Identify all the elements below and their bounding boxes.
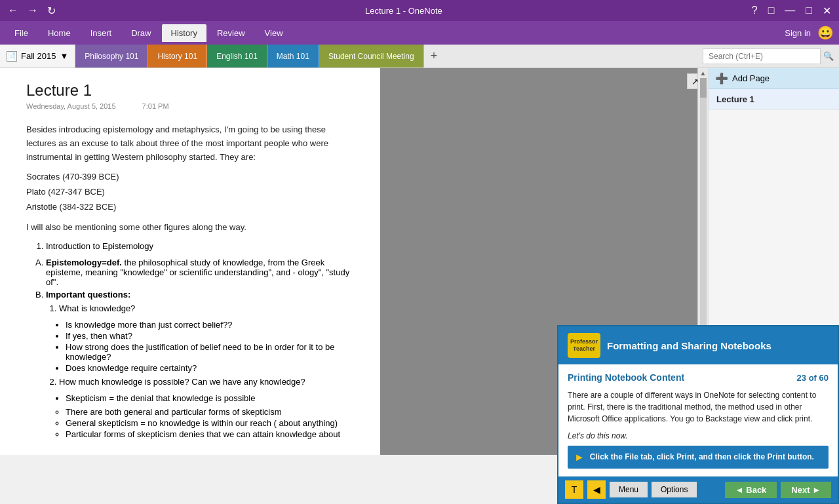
question2-item: How much knowledge is possible? Can we h… <box>59 377 354 387</box>
skepticism-pt2: General skepticism = no knowledge is wit… <box>66 418 354 428</box>
title-bar-right-controls: ? □ — □ ✕ <box>749 3 834 18</box>
section-list: Introduction to Epistemology <box>26 241 354 251</box>
question2-list: How much knowledge is possible? Can we h… <box>26 377 354 387</box>
questions-list: What is knowledge? <box>26 303 354 313</box>
tab-english[interactable]: English 101 <box>207 45 267 68</box>
question-1: What is knowledge? <box>59 303 354 313</box>
add-page-plus-icon: ➕ <box>715 72 728 85</box>
title-bar-left-controls: ← → ↻ <box>5 3 58 18</box>
tab-student-council[interactable]: Student Council Meeting <box>319 45 424 68</box>
skepticism-label: Skepticism = the denial that knowledge i… <box>66 393 354 403</box>
scroll-thumb[interactable] <box>700 78 707 98</box>
section-b: Important questions: <box>46 290 354 300</box>
tutorial-header: ProfessorTeacher Formatting and Sharing … <box>558 326 838 364</box>
tutorial-next-button[interactable]: Next ► <box>781 482 831 498</box>
forward-button[interactable]: → <box>25 3 41 18</box>
tutorial-body-text: There are a couple of different ways in … <box>568 389 829 425</box>
alpha-list: Epistemology=def. the philosophical stud… <box>26 258 354 300</box>
question-5: Does knowledge require certainty? <box>66 363 354 373</box>
play-icon: ► <box>574 452 585 463</box>
tutorial-t-button[interactable]: T <box>565 480 583 499</box>
section-a: Epistemology=def. the philosophical stud… <box>46 258 354 287</box>
professor-logo: ProfessorTeacher <box>568 333 600 358</box>
page-tabs: Philosophy 101 History 101 English 101 M… <box>75 45 697 68</box>
ribbon-tab-file[interactable]: File <box>5 24 37 42</box>
note-intro: Besides introducing epistemology and met… <box>26 123 354 164</box>
tutorial-action-text: Click the File tab, click Print, and the… <box>590 451 814 463</box>
tutorial-body: Printing Notebook Content 23 of 60 There… <box>558 364 838 476</box>
add-tab-button[interactable]: + <box>424 45 444 68</box>
maximize-button[interactable]: □ <box>803 3 815 18</box>
note-date: Wednesday, August 5, 2015 <box>26 102 116 110</box>
search-input[interactable] <box>703 48 821 64</box>
add-page-header[interactable]: ➕ Add Page <box>709 68 839 89</box>
title-bar: ← → ↻ Lecture 1 - OneNote ? □ — □ ✕ <box>0 0 839 21</box>
tutorial-section-title: Printing Notebook Content <box>568 372 684 383</box>
user-avatar-icon: 😀 <box>817 25 834 41</box>
ribbon-tab-home[interactable]: Home <box>39 24 80 42</box>
scroll-up-arrow[interactable]: ▲ <box>700 69 707 77</box>
minimize-button[interactable]: — <box>782 3 798 18</box>
search-box-wrap: 🔍 <box>697 45 839 68</box>
note-other-figures: I will also be mentioning some other fig… <box>26 221 354 235</box>
help-button[interactable]: ? <box>749 3 760 18</box>
philosopher-3: Aristotle (384-322 BCE) <box>26 201 354 214</box>
skepticism-pt1: There are both general and particular fo… <box>66 407 354 417</box>
notebook-dropdown-icon[interactable]: ▼ <box>60 51 68 61</box>
section-b-label: Important questions: <box>46 290 130 300</box>
section-item-1: Introduction to Epistemology <box>46 241 354 251</box>
sign-in-link[interactable]: Sign in <box>785 28 811 38</box>
tutorial-back-icon-button[interactable]: ◀ <box>587 480 606 499</box>
notebook-selector[interactable]: 📄 Fall 2015 ▼ <box>0 45 75 68</box>
tutorial-panel: ProfessorTeacher Formatting and Sharing … <box>557 325 839 504</box>
ribbon-tab-history[interactable]: History <box>162 24 206 42</box>
back-button[interactable]: ← <box>5 3 21 18</box>
note-meta: Wednesday, August 5, 2015 7:01 PM <box>26 102 354 110</box>
ribbon-collapse-button[interactable]: □ <box>766 3 777 18</box>
section-a-label: Epistemology=def. <box>46 258 122 267</box>
philosopher-1: Socrates (470-399 BCE) <box>26 170 354 184</box>
tab-history[interactable]: History 101 <box>148 45 207 68</box>
tab-philosophy[interactable]: Philosophy 101 <box>75 45 148 68</box>
tutorial-menu-button[interactable]: Menu <box>610 482 648 497</box>
tabs-bar: 📄 Fall 2015 ▼ Philosophy 101 History 101… <box>0 45 839 68</box>
question-4: How strong does the justification of bel… <box>66 342 354 362</box>
question-3: If yes, then what? <box>66 331 354 341</box>
questions-bullets: Is knowledge more than just correct beli… <box>26 320 354 373</box>
notebook-icon: 📄 <box>7 51 17 62</box>
tutorial-header-title: Formatting and Sharing Notebooks <box>607 340 771 351</box>
tutorial-footer: T ◀ Menu Options ◄ Back Next ► <box>558 476 838 503</box>
tutorial-action: ► Click the File tab, click Print, and t… <box>568 446 829 469</box>
ribbon: File Home Insert Draw History Review Vie… <box>0 21 839 45</box>
ribbon-tab-review[interactable]: Review <box>208 24 254 42</box>
ribbon-tab-draw[interactable]: Draw <box>122 24 160 42</box>
add-page-label: Add Page <box>732 73 770 83</box>
philosopher-2: Plato (427-347 BCE) <box>26 185 354 199</box>
page-list-item-lecture1[interactable]: Lecture 1 <box>709 89 839 110</box>
tutorial-back-button[interactable]: ◄ Back <box>725 482 777 498</box>
ribbon-tab-view[interactable]: View <box>256 24 292 42</box>
window-title: Lecture 1 - OneNote <box>58 6 749 16</box>
tutorial-options-button[interactable]: Options <box>652 482 697 497</box>
tutorial-title-row: Printing Notebook Content 23 of 60 <box>568 372 829 385</box>
note-time: 7:01 PM <box>142 102 169 110</box>
skepticism-bullets: Skepticism = the denial that knowledge i… <box>26 393 354 403</box>
note-title: Lecture 1 <box>26 81 354 100</box>
search-icon[interactable]: 🔍 <box>823 51 834 61</box>
professor-logo-text: ProfessorTeacher <box>570 338 598 353</box>
ribbon-tab-insert[interactable]: Insert <box>81 24 121 42</box>
skepticism-pt3: Particular forms of skepticism denies th… <box>66 429 354 439</box>
tab-math[interactable]: Math 101 <box>267 45 319 68</box>
skepticism-sub-bullets: There are both general and particular fo… <box>26 407 354 439</box>
restore-button[interactable]: ↻ <box>45 3 58 18</box>
question-2: Is knowledge more than just correct beli… <box>66 320 354 330</box>
tutorial-lets-text: Let's do this now. <box>568 431 829 440</box>
notebook-name: Fall 2015 <box>21 51 56 61</box>
close-button[interactable]: ✕ <box>820 3 834 18</box>
tutorial-page-info: 23 of 60 <box>797 373 829 383</box>
note-area: Lecture 1 Wednesday, August 5, 2015 7:01… <box>0 68 380 455</box>
